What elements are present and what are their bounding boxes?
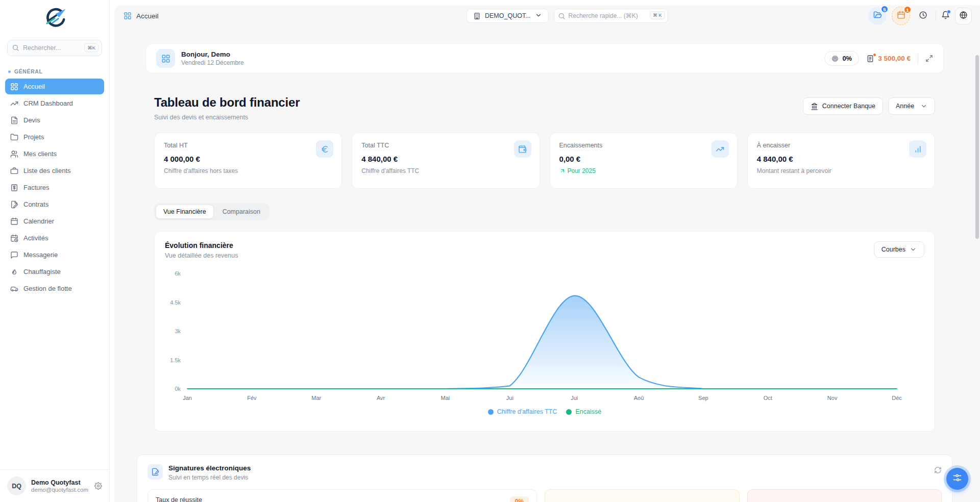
user-footer[interactable]: DQ Demo Quotyfast demo@quotyfast.com (0, 469, 109, 502)
stat-card-encaissements: Encaissements0,00 €Pour 2025 (550, 133, 738, 189)
stat-value: 0,00 € (559, 155, 728, 163)
chevron-down-icon (910, 246, 917, 253)
wallet-icon (514, 140, 531, 158)
svg-text:Jui: Jui (571, 395, 578, 401)
expired-signatures-card: 0 (747, 489, 942, 502)
greeting-grid-icon (156, 49, 175, 68)
language-button[interactable] (955, 8, 972, 24)
sidebar-item-factures[interactable]: Factures (5, 180, 104, 195)
tab-vue-financi-re[interactable]: Vue Financière (156, 205, 214, 219)
sidebar-item-activit-s[interactable]: Activités (5, 230, 104, 246)
projects-folder-button[interactable]: 5 (868, 7, 887, 25)
users-icon (10, 150, 18, 158)
sidebar-item-calendrier[interactable]: Calendrier (5, 213, 104, 229)
sidebar-item-mes-clients[interactable]: Mes clients (5, 146, 104, 162)
greeting-divider (918, 54, 918, 64)
greeting-title: Bonjour, Demo (181, 51, 244, 58)
folder-count-badge: 5 (880, 5, 889, 13)
signature-file-icon (148, 464, 163, 480)
building-icon (473, 12, 481, 20)
sidebar-item-crm-dashboard[interactable]: CRM Dashboard (5, 95, 104, 111)
breadcrumb[interactable]: Accueil (124, 12, 159, 20)
chart-card: Évolution financière Vue détaillée des r… (154, 231, 935, 432)
refresh-icon[interactable] (934, 466, 942, 474)
receipt-icon (10, 184, 18, 192)
svg-text:4.5k: 4.5k (170, 299, 181, 306)
svg-text:Avr: Avr (377, 395, 385, 401)
signatures-subtitle: Suivi en temps réel des devis (168, 474, 251, 481)
svg-text:Aoû: Aoû (634, 395, 644, 401)
sidebar-section-general: GÉNÉRAL (8, 68, 101, 74)
svg-text:Fév: Fév (247, 395, 257, 401)
vertical-scrollbar[interactable] (975, 55, 979, 239)
sidebar: ⌘K GÉNÉRAL AccueilCRM DashboardDevisProj… (0, 0, 110, 502)
legend-dot (488, 409, 494, 415)
svg-text:0k: 0k (175, 386, 181, 392)
quick-settings-fab[interactable] (946, 468, 968, 490)
stat-value: 4 840,00 € (757, 155, 925, 163)
pending-amount: 3 500,00 € (866, 55, 911, 63)
sidebar-item-chauffagiste[interactable]: Chauffagiste (5, 264, 104, 280)
briefcase-icon (10, 167, 18, 175)
flame-icon (10, 268, 18, 276)
success-rate-card: Taux de réussite 0% (148, 489, 537, 502)
chevron-down-icon (535, 12, 542, 20)
notifications-button[interactable] (941, 11, 950, 21)
period-select[interactable]: Année (888, 97, 935, 115)
folder-open-icon (873, 11, 882, 21)
section-dot-icon (8, 70, 11, 73)
invoice-icon (866, 55, 874, 63)
stat-value: 4 000,00 € (164, 155, 332, 163)
quick-search-kbd: ⌘ K (650, 11, 665, 19)
svg-text:Nov: Nov (827, 395, 838, 401)
folder-icon (10, 133, 18, 141)
layout-grid-icon (10, 83, 18, 91)
calendar-button[interactable]: 1 (892, 7, 910, 25)
target-icon (831, 55, 839, 62)
greeting-card: Bonjour, Demo Vendredi 12 Décembre 0% 3 … (145, 43, 944, 73)
legend-item-encaiss-[interactable]: Encaissé (566, 408, 601, 415)
app-logo (0, 0, 109, 35)
dashboard-grid-icon (124, 12, 132, 20)
stat-title: Total HT (164, 142, 332, 149)
history-button[interactable] (915, 7, 930, 25)
topbar-divider (936, 11, 936, 21)
main-panel: Accueil DEMO_QUOT... ⌘ K 5 1 (114, 5, 980, 502)
expand-icon[interactable] (925, 55, 933, 62)
greeting-date: Vendredi 12 Décembre (181, 59, 244, 66)
svg-text:Oct: Oct (764, 395, 772, 401)
signatures-title: Signatures électroniques (168, 464, 251, 472)
svg-text:Mar: Mar (311, 395, 321, 401)
trending-up-icon (10, 99, 18, 108)
legend-dot (566, 409, 572, 415)
sliders-icon (952, 473, 962, 485)
avatar: DQ (7, 476, 26, 495)
sidebar-item-projets[interactable]: Projets (5, 129, 104, 145)
financial-chart: 0k1.5k3k4.5k6kJanFévMarAvrMaiJuiJuiAoûSe… (165, 266, 924, 405)
stat-card-total-ttc: Total TTC4 840,00 €Chiffre d'affaires TT… (352, 133, 540, 189)
success-rate-badge: 0% (510, 496, 529, 502)
org-selector[interactable]: DEMO_QUOT... (467, 9, 549, 23)
tab-comparaison[interactable]: Comparaison (215, 205, 268, 219)
stat-caption: Pour 2025 (559, 167, 728, 174)
sidebar-menu: AccueilCRM DashboardDevisProjetsMes clie… (0, 78, 109, 469)
svg-text:Jui: Jui (506, 395, 513, 401)
sidebar-item-contrats[interactable]: Contrats (5, 196, 104, 212)
connect-bank-button[interactable]: Connecter Banque (803, 97, 883, 115)
sidebar-item-devis[interactable]: Devis (5, 112, 104, 128)
settings-gear-icon[interactable] (94, 482, 102, 490)
legend-item-chiffre-d-affaires-ttc[interactable]: Chiffre d'affaires TTC (488, 408, 557, 415)
percent-badge: 0% (824, 51, 859, 66)
sidebar-item-gestion-de-flotte[interactable]: Gestion de flotte (5, 281, 104, 296)
sidebar-item-messagerie[interactable]: Messagerie (5, 247, 104, 263)
sidebar-item-accueil[interactable]: Accueil (5, 79, 104, 94)
search-icon (558, 12, 566, 22)
svg-text:Mai: Mai (441, 395, 450, 401)
chart-type-select[interactable]: Courbes (874, 241, 924, 258)
svg-text:3k: 3k (175, 328, 181, 334)
stat-value: 4 840,00 € (361, 155, 530, 163)
svg-text:6k: 6k (175, 270, 181, 277)
chart-subtitle: Vue détaillée des revenus (165, 252, 238, 259)
sidebar-item-liste-des-clients[interactable]: Liste des clients (5, 163, 104, 179)
svg-text:Sep: Sep (698, 395, 708, 401)
